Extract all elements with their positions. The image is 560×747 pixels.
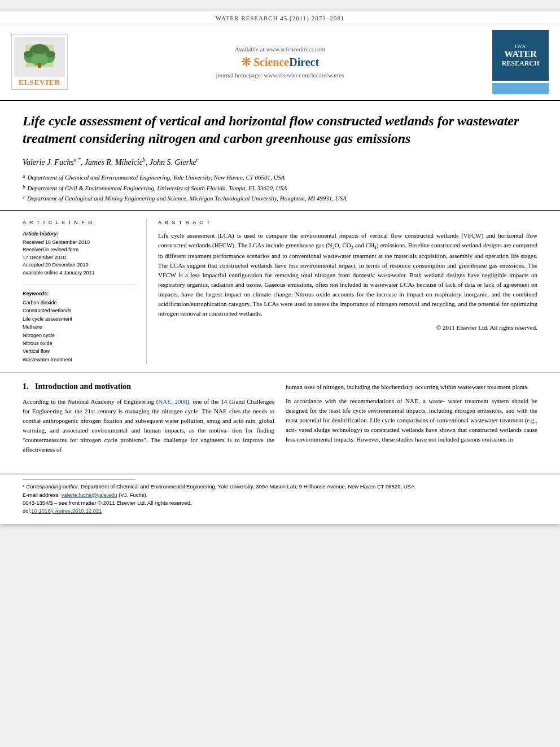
email-link[interactable]: valerie.fuchs@yale.edu (62, 492, 117, 498)
history-revised: Received in revised form (23, 246, 137, 254)
section-1-title: 1. Introduction and motivation (23, 382, 274, 391)
svg-point-7 (46, 51, 55, 58)
section-1-number: 1. (23, 382, 29, 391)
footnote-corresponding: * Corresponding author. Department of Ch… (23, 483, 537, 491)
keywords-section: Keywords: Carbon dioxide Constructed wet… (23, 291, 137, 364)
keywords-label: Keywords: (23, 291, 137, 296)
sciencedirect-text: ScienceDirect (253, 56, 319, 69)
body-para-3: In accordance with the recommendations o… (286, 396, 537, 444)
author-1: Valerie J. Fuchs (23, 158, 74, 167)
copyright-text: © 2011 Elsevier Ltd. All rights reserved… (158, 323, 537, 333)
body-left-column: 1. Introduction and motivation According… (23, 382, 274, 459)
sciencedirect-icon: ❋ (241, 55, 251, 69)
article-title: Life cycle assessment of vertical and ho… (23, 112, 537, 147)
article-history: Article history: Received 16 September 2… (23, 231, 137, 277)
affiliation-1: a Department of Chemical and Environment… (23, 173, 537, 182)
email-suffix: (VJ. Fuchs). (119, 492, 147, 498)
abstract-column: A B S T R A C T Life cycle assessment (L… (158, 220, 537, 364)
history-received: Received 16 September 2010 (23, 239, 137, 247)
sciencedirect-logo: ❋ ScienceDirect (73, 55, 487, 69)
elsevier-logo: ELSEVIER (11, 34, 68, 90)
body-two-column: 1. Introduction and motivation According… (23, 382, 537, 459)
wr-wave-decoration (492, 83, 549, 94)
body-para-1: According to the National Academy of Eng… (23, 397, 274, 455)
keyword-4: Methane (23, 323, 137, 331)
body-section: 1. Introduction and motivation According… (0, 373, 560, 468)
elsevier-tree-icon (20, 42, 59, 73)
water-research-logo: IWA WATER RESEARCH (492, 30, 549, 94)
article-info-abstract-section: A R T I C L E I N F O Article history: R… (0, 211, 560, 374)
footnote-divider (23, 479, 135, 479)
elsevier-tree-image (14, 37, 65, 77)
affiliations: a Department of Chemical and Environment… (23, 173, 537, 203)
keyword-1: Carbon dioxide (23, 299, 137, 307)
affil-3-text: Department of Geological and Mining Engi… (27, 194, 347, 203)
affil-3-sup: c (23, 194, 25, 203)
affil-1-text: Department of Chemical and Environmental… (28, 173, 285, 182)
corresponding-label: Corresponding author. (26, 483, 79, 490)
footnote-doi: doi:10.1016/j.watres.2010.12.021 (23, 507, 537, 515)
affiliation-2: b Department of Civil & Environmental En… (23, 184, 537, 193)
center-header: Available at www.sciencedirect.com ❋ Sci… (73, 46, 487, 78)
journal-info-bar: WATER RESEARCH 45 (2011) 2073–2081 (0, 11, 560, 24)
doi-link[interactable]: 10.1016/j.watres.2010.12.021 (31, 508, 102, 514)
nae-link[interactable]: NAE, 2008 (158, 398, 187, 405)
author-2-sup: b (143, 156, 146, 163)
body-para-2: human uses of nitrogen, including the bi… (286, 382, 537, 392)
footnote-email: E-mail address: valerie.fuchs@yale.edu (… (23, 491, 537, 499)
article-info-column: A R T I C L E I N F O Article history: R… (23, 220, 147, 364)
journal-homepage: journal homepage: www.elsevier.com/locat… (73, 72, 487, 78)
wr-water-text: WATER (496, 49, 545, 59)
affil-2-text: Department of Civil & Environmental Engi… (28, 184, 287, 193)
history-accepted: Accepted 20 December 2010 (23, 261, 137, 269)
header-area: ELSEVIER Available at www.sciencedirect.… (0, 24, 560, 101)
abstract-text: Life cycle assessment (LCA) is used to c… (158, 231, 537, 333)
history-revised-date: 17 December 2010 (23, 254, 137, 262)
keyword-5: Nitrogen cycle (23, 331, 137, 339)
abstract-heading: A B S T R A C T (158, 220, 537, 225)
page: WATER RESEARCH 45 (2011) 2073–2081 (0, 11, 560, 524)
journal-info-text: WATER RESEARCH 45 (2011) 2073–2081 (216, 15, 345, 21)
author-2: James R. Mihelcic (85, 158, 143, 167)
svg-point-6 (24, 51, 33, 58)
footnote-area: * Corresponding author. Department of Ch… (0, 474, 560, 524)
author-1-sup: a,* (74, 156, 81, 163)
history-label: Article history: (23, 231, 137, 237)
affil-2-sup: b (23, 184, 25, 193)
info-divider (23, 285, 137, 285)
footnote-issn: 0043-1354/$ – see front matter © 2011 El… (23, 499, 537, 507)
wr-research-text: RESEARCH (496, 59, 545, 68)
author-3: John S. Gierke (150, 158, 196, 167)
author-3-sup: c (196, 156, 199, 163)
article-info-heading: A R T I C L E I N F O (23, 220, 137, 225)
wr-iwa-text: IWA (496, 43, 545, 49)
affil-1-sup: a (23, 173, 25, 182)
keyword-2: Constructed wetlands (23, 307, 137, 314)
available-text: Available at www.sciencedirect.com (73, 46, 487, 53)
section-1-right-text: human uses of nitrogen, including the bi… (286, 382, 537, 444)
history-available: Available online 4 January 2011 (23, 269, 137, 277)
body-right-column: human uses of nitrogen, including the bi… (286, 382, 537, 459)
svg-rect-5 (38, 63, 41, 68)
abstract-paragraph: Life cycle assessment (LCA) is used to c… (158, 231, 537, 319)
keyword-6: Nitrous oxide (23, 339, 137, 347)
authors: Valerie J. Fuchsa,*, James R. Mihelcicb,… (23, 156, 537, 167)
section-1-title-text: Introduction and motivation (35, 382, 131, 391)
section-1-left-text: According to the National Academy of Eng… (23, 397, 274, 455)
elsevier-label: ELSEVIER (19, 78, 60, 87)
keyword-8: Wastewater treatment (23, 356, 137, 364)
article-title-section: Life cycle assessment of vertical and ho… (0, 101, 560, 211)
keyword-3: Life cycle assessment (23, 315, 137, 323)
keyword-7: Vertical flow (23, 347, 137, 355)
affiliation-3: c Department of Geological and Mining En… (23, 194, 537, 203)
